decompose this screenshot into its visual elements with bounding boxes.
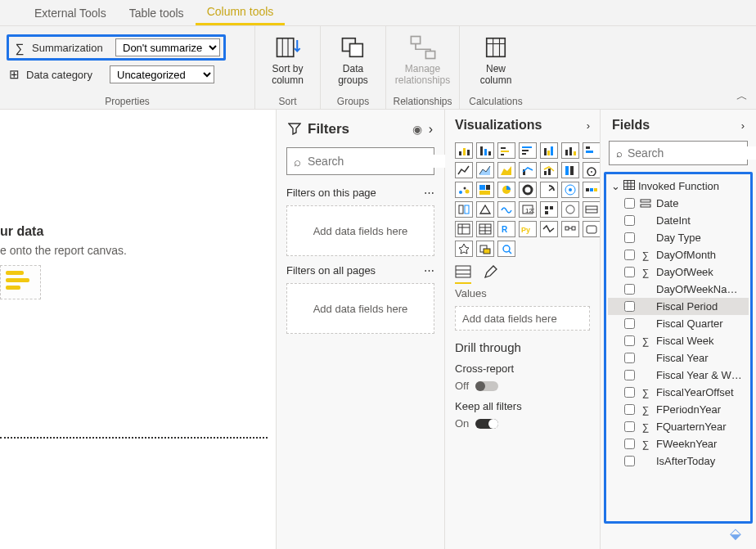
visual-tile-34[interactable]: [583, 221, 601, 237]
field-item[interactable]: DayOfWeekNa…: [608, 281, 749, 298]
tab-column-tools[interactable]: Column tools: [196, 0, 286, 25]
cross-report-toggle[interactable]: Off: [455, 380, 590, 392]
field-item[interactable]: Fiscal Year: [608, 349, 749, 367]
fields-tab-icon[interactable]: [455, 265, 471, 284]
visual-tile-27[interactable]: [583, 201, 601, 218]
visual-tile-13[interactable]: [583, 162, 601, 178]
field-checkbox[interactable]: [624, 387, 635, 398]
chevron-right-icon[interactable]: ›: [587, 119, 590, 132]
field-item[interactable]: Fiscal Quarter: [608, 315, 749, 332]
visual-tile-19[interactable]: [561, 182, 579, 198]
field-item[interactable]: DateInt: [608, 212, 749, 229]
data-category-select[interactable]: Uncategorized: [110, 65, 214, 83]
filters-search-input[interactable]: [308, 155, 451, 168]
visual-tile-29[interactable]: [476, 221, 494, 237]
tab-table-tools[interactable]: Table tools: [118, 2, 196, 25]
visual-tile-3[interactable]: [519, 142, 537, 159]
field-checkbox[interactable]: [624, 456, 635, 466]
visual-tile-35[interactable]: [455, 241, 473, 257]
field-checkbox[interactable]: [624, 250, 635, 260]
visual-tile-16[interactable]: [497, 182, 515, 198]
values-dropzone[interactable]: Add data fields here: [455, 306, 590, 331]
visual-tile-22[interactable]: [476, 201, 494, 218]
field-item[interactable]: Fiscal Year & W…: [608, 367, 749, 384]
field-item[interactable]: ∑FQuarternYear: [608, 418, 749, 435]
field-item[interactable]: ∑FWeeknYear: [608, 435, 749, 452]
visual-tile-5[interactable]: [561, 142, 579, 159]
more-icon[interactable]: ⋯: [424, 187, 434, 199]
keep-filters-toggle[interactable]: On: [455, 417, 590, 430]
filters-all-dropzone[interactable]: Add data fields here: [286, 283, 434, 334]
visual-tile-15[interactable]: [476, 182, 494, 198]
more-icon[interactable]: ⋯: [424, 264, 434, 277]
visual-tile-28[interactable]: [455, 221, 473, 237]
format-tab-icon[interactable]: [483, 265, 497, 284]
manage-relationships-button[interactable]: Manage relationships: [395, 29, 451, 90]
field-checkbox[interactable]: [624, 404, 635, 415]
field-item[interactable]: ∑Fiscal Week: [608, 332, 749, 349]
chevron-right-icon[interactable]: ›: [741, 119, 745, 132]
visual-tile-6[interactable]: [583, 142, 601, 159]
visual-tile-2[interactable]: [497, 142, 515, 159]
field-checkbox[interactable]: [624, 284, 635, 295]
field-checkbox[interactable]: [624, 232, 635, 243]
data-groups-button[interactable]: Data groups: [327, 29, 379, 90]
field-checkbox[interactable]: [624, 439, 635, 449]
visual-tile-33[interactable]: [561, 221, 579, 237]
fields-table-node[interactable]: ⌄ Invoked Function: [608, 178, 749, 195]
chevron-right-icon[interactable]: ›: [429, 122, 433, 137]
field-checkbox[interactable]: [624, 198, 635, 209]
fields-search[interactable]: ⌕: [609, 141, 748, 165]
visual-tile-26[interactable]: [561, 201, 579, 218]
filters-search[interactable]: ⌕: [286, 147, 434, 175]
visual-tile-25[interactable]: [540, 201, 558, 218]
field-item[interactable]: IsAfterToday: [608, 452, 749, 470]
visual-tile-17[interactable]: [519, 182, 537, 198]
field-checkbox[interactable]: [624, 335, 635, 346]
field-checkbox[interactable]: [624, 353, 635, 363]
eye-icon[interactable]: ◉: [412, 123, 422, 136]
visual-tile-23[interactable]: [497, 201, 515, 218]
field-checkbox[interactable]: [624, 301, 635, 312]
visual-tile-11[interactable]: [540, 162, 558, 178]
field-item[interactable]: ∑DayOfWeek: [608, 263, 749, 281]
field-item[interactable]: Date: [608, 195, 749, 212]
field-checkbox[interactable]: [624, 267, 635, 277]
visual-tile-24[interactable]: 123: [519, 201, 537, 218]
fields-search-input[interactable]: [628, 146, 756, 160]
field-item[interactable]: ∑DayOfMonth: [608, 246, 749, 263]
visual-tile-1[interactable]: [476, 142, 494, 159]
report-canvas[interactable]: ur data e onto the report canvas.: [0, 110, 277, 549]
visual-tile-10[interactable]: [519, 162, 537, 178]
field-checkbox[interactable]: [624, 215, 635, 226]
visual-tile-32[interactable]: [540, 221, 558, 237]
filters-page-dropzone[interactable]: Add data fields here: [286, 205, 434, 256]
visual-tile-30[interactable]: R: [497, 221, 515, 237]
visual-tile-31[interactable]: Py: [519, 221, 537, 237]
field-item[interactable]: ∑FiscalYearOffset: [608, 384, 749, 401]
visual-tile-4[interactable]: [540, 142, 558, 159]
summarization-select[interactable]: Don't summarize: [115, 38, 220, 56]
visual-tile-37[interactable]: [497, 241, 515, 257]
field-checkbox[interactable]: [624, 318, 635, 329]
visual-tile-0[interactable]: [455, 142, 473, 159]
visual-tile-7[interactable]: [455, 162, 473, 178]
visual-tile-21[interactable]: [455, 201, 473, 218]
tab-external-tools[interactable]: External Tools: [23, 2, 118, 25]
ribbon-collapse-icon[interactable]: ︿: [736, 89, 748, 104]
field-item[interactable]: Day Type: [608, 229, 749, 246]
sort-by-column-button[interactable]: Sort by column: [262, 29, 313, 90]
visual-tile-9[interactable]: [497, 162, 515, 178]
svg-rect-44: [486, 185, 490, 190]
field-checkbox[interactable]: [624, 421, 635, 432]
visual-tile-18[interactable]: [540, 182, 558, 198]
visual-tile-14[interactable]: [455, 182, 473, 198]
visual-tile-36[interactable]: [476, 241, 494, 257]
field-item[interactable]: Fiscal Period: [608, 298, 749, 315]
new-column-button[interactable]: New column: [468, 29, 524, 90]
field-item[interactable]: ∑FPeriodnYear: [608, 401, 749, 418]
visual-tile-12[interactable]: [561, 162, 579, 178]
visual-tile-20[interactable]: [583, 182, 601, 198]
field-checkbox[interactable]: [624, 370, 635, 380]
visual-tile-8[interactable]: [476, 162, 494, 178]
